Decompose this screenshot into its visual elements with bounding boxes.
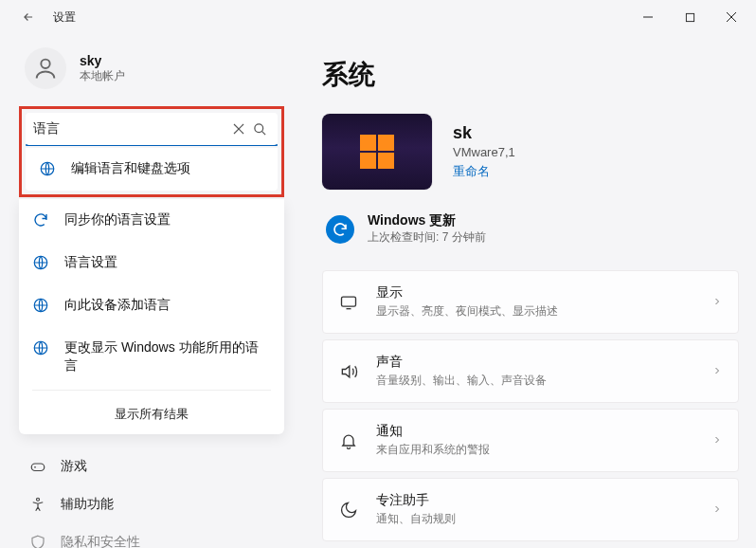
nav-label: 游戏: [61, 458, 87, 475]
suggestion-item[interactable]: 同步你的语言设置: [19, 199, 284, 242]
suggestion-item[interactable]: 向此设备添加语言: [19, 284, 284, 327]
svg-point-7: [254, 123, 262, 132]
search-input[interactable]: [33, 121, 228, 137]
chevron-right-icon: [711, 294, 723, 311]
card-notifications[interactable]: 通知 来自应用和系统的警报: [322, 409, 739, 472]
window-controls: [627, 3, 752, 31]
rename-link[interactable]: 重命名: [453, 163, 515, 180]
language-icon: [39, 160, 58, 179]
sync-icon: [32, 211, 51, 230]
minimize-button[interactable]: [627, 3, 669, 31]
language-icon: [32, 297, 51, 316]
suggestion-label: 语言设置: [64, 253, 117, 271]
search-icon[interactable]: [249, 119, 270, 139]
svg-point-4: [41, 60, 49, 68]
update-title: Windows 更新: [368, 212, 486, 229]
user-type: 本地帐户: [80, 68, 125, 84]
search-suggestions-rest: 同步你的语言设置 语言设置 向此设备添加语言 更改显示 Windows 功能所用…: [19, 199, 284, 434]
nav-privacy[interactable]: 隐私和安全性: [19, 523, 284, 548]
sound-icon: [338, 361, 359, 382]
language-icon: [32, 339, 51, 358]
card-display[interactable]: 显示 显示器、亮度、夜间模式、显示描述: [322, 270, 739, 334]
close-button[interactable]: [711, 3, 752, 31]
suggestion-item[interactable]: 编辑语言和键盘选项: [26, 148, 278, 191]
svg-rect-1: [686, 13, 693, 21]
titlebar: 设置: [0, 0, 756, 34]
suggestion-label: 更改显示 Windows 功能所用的语言: [64, 338, 271, 374]
moon-icon: [338, 500, 359, 521]
card-sub: 通知、自动规则: [376, 511, 694, 527]
back-button[interactable]: [19, 8, 38, 27]
card-sub: 音量级别、输出、输入、声音设备: [376, 373, 694, 389]
sidebar: sky 本地帐户 编辑语言和键盘选项 同步你的语言设置: [19, 34, 294, 548]
card-title: 通知: [376, 423, 694, 440]
suggestion-item[interactable]: 更改显示 Windows 功能所用的语言: [19, 327, 284, 386]
device-model: VMware7,1: [453, 145, 515, 159]
search-box[interactable]: [26, 113, 278, 145]
nav-list: 游戏 辅助功能 隐私和安全性: [19, 448, 294, 548]
card-sub: 来自应用和系统的警报: [376, 442, 694, 458]
accessibility-icon: [28, 495, 47, 514]
gamepad-icon: [28, 457, 47, 476]
clear-icon[interactable]: [228, 119, 249, 139]
suggestion-label: 编辑语言和键盘选项: [71, 159, 190, 177]
nav-gaming[interactable]: 游戏: [19, 448, 284, 485]
device-thumbnail: [322, 114, 432, 190]
update-sub: 上次检查时间: 7 分钟前: [368, 229, 486, 246]
nav-accessibility[interactable]: 辅助功能: [19, 485, 284, 523]
device-info: sk VMware7,1 重命名: [322, 114, 739, 190]
card-title: 声音: [376, 354, 694, 371]
display-icon: [338, 292, 359, 313]
card-sub: 显示器、亮度、夜间模式、显示描述: [376, 303, 694, 320]
nav-label: 辅助功能: [61, 496, 114, 513]
card-title: 专注助手: [376, 492, 694, 509]
chevron-right-icon: [711, 502, 723, 519]
device-name: sk: [453, 123, 515, 143]
main-panel: 系统 sk VMware7,1 重命名 Windows 更新 上次检查时间: 7…: [294, 34, 756, 548]
suggestion-label: 同步你的语言设置: [64, 210, 171, 228]
card-title: 显示: [376, 284, 694, 301]
bell-icon: [338, 430, 359, 451]
avatar: [25, 47, 66, 89]
page-title: 系统: [322, 57, 739, 93]
update-icon: [326, 215, 354, 244]
user-block[interactable]: sky 本地帐户: [19, 34, 294, 106]
search-highlight-box: 编辑语言和键盘选项: [19, 106, 284, 197]
search-suggestions: 编辑语言和键盘选项: [26, 148, 278, 191]
shield-icon: [28, 533, 47, 548]
window-title: 设置: [53, 9, 76, 26]
settings-cards: 显示 显示器、亮度、夜间模式、显示描述 声音 音量级别、输出、输入、声音设备 通…: [322, 270, 739, 541]
language-icon: [32, 254, 51, 273]
user-name: sky: [80, 53, 125, 68]
svg-point-14: [37, 498, 40, 501]
windows-update-row[interactable]: Windows 更新 上次检查时间: 7 分钟前: [322, 212, 739, 246]
svg-rect-13: [31, 464, 45, 471]
svg-line-8: [261, 131, 265, 135]
suggestion-label: 向此设备添加语言: [64, 296, 171, 314]
card-sound[interactable]: 声音 音量级别、输出、输入、声音设备: [322, 339, 739, 403]
chevron-right-icon: [711, 363, 723, 380]
card-focus-assist[interactable]: 专注助手 通知、自动规则: [322, 478, 739, 541]
nav-label: 隐私和安全性: [61, 534, 140, 548]
maximize-button[interactable]: [669, 3, 711, 31]
chevron-right-icon: [711, 432, 723, 449]
show-all-results[interactable]: 显示所有结果: [19, 394, 284, 434]
svg-rect-15: [342, 297, 356, 306]
suggestion-item[interactable]: 语言设置: [19, 242, 284, 284]
